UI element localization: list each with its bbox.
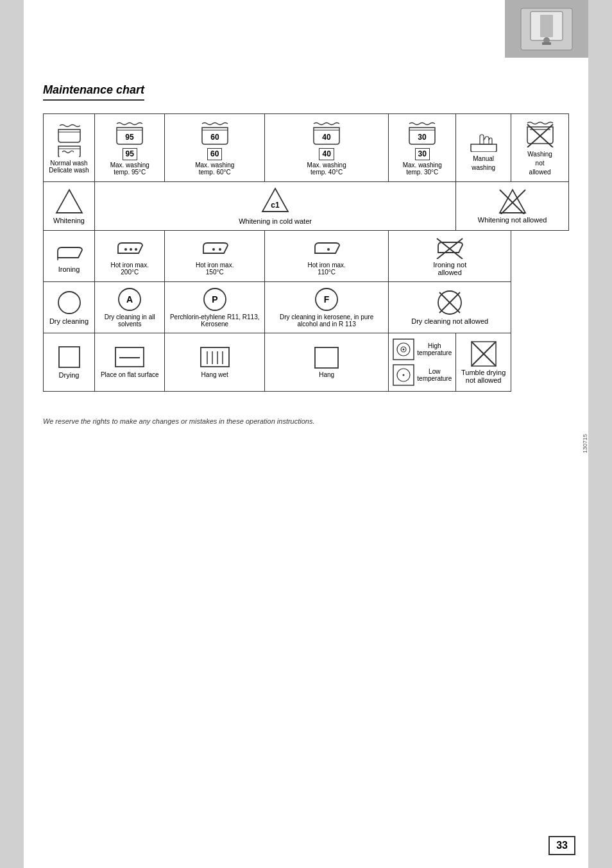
wash-40-cell: 40 40 Max. washingtemp. 40°C xyxy=(264,114,388,182)
svg-point-28 xyxy=(130,248,132,251)
hang-wet-label: Hang wet xyxy=(169,371,260,378)
manual-wash-label: Manualwashing xyxy=(472,155,495,171)
hang-cell: Hang xyxy=(264,333,388,392)
temp-40-label: 40 xyxy=(319,148,334,161)
hang-wet-icon xyxy=(200,346,230,369)
svg-point-60 xyxy=(403,374,405,376)
dry-clean-f-label: Dry cleaning in kerosene, in pure alcoho… xyxy=(269,313,384,328)
svg-text:95: 95 xyxy=(126,133,135,142)
table-row-ironing: Ironing Hot iron max.200°C Ho xyxy=(44,231,569,282)
low-temp-icon xyxy=(393,364,414,386)
dry-clean-p-cell: P Perchlorin-etyhlene R11, R113, Kerosen… xyxy=(165,282,265,333)
category-wash: Normal wash Delicate wash xyxy=(44,114,95,182)
svg-rect-53 xyxy=(315,347,338,368)
whitening-cold-cell: c1 Whitening in cold water xyxy=(95,182,456,231)
svg-text:A: A xyxy=(126,294,133,305)
manual-wash-cell: Manualwashing xyxy=(456,114,511,182)
wash-tub-60: 60 xyxy=(200,120,230,147)
whitening-not-allowed-label: Whitening not allowed xyxy=(460,216,565,224)
temp-95-text: Max. washingtemp. 95°C xyxy=(110,162,149,176)
category-drying: Drying xyxy=(44,333,95,392)
temp-60-symbol: 60 60 Max. washingtemp. 60°C xyxy=(169,120,260,176)
svg-point-57 xyxy=(403,349,405,351)
dry-clean-not-allowed-label: Dry cleaning not allowed xyxy=(393,317,507,325)
table-row-dry-cleaning: Dry cleaning A Dry cleaning in all solve… xyxy=(44,282,569,333)
tumble-not-allowed-cell: Tumble dryingnot allowed xyxy=(456,333,511,392)
table-row-drying: Drying Place on flat surface xyxy=(44,333,569,392)
page-title: Maintenance chart xyxy=(43,83,144,101)
product-logo xyxy=(518,5,575,53)
whitening-not-allowed-cell: Whitening not allowed xyxy=(456,182,569,231)
category-whitening: Whitening xyxy=(44,182,95,231)
wash-30-cell: 30 30 Max. washingtemp. 30°C xyxy=(389,114,456,182)
wash-tub-icon xyxy=(53,122,85,157)
svg-text:c1: c1 xyxy=(271,201,280,210)
wash-tub-30: 30 xyxy=(407,120,438,147)
iron-150-cell: Hot iron max.150°C xyxy=(165,231,265,282)
high-temp-icon xyxy=(393,338,414,360)
svg-rect-4 xyxy=(542,42,551,45)
hang-wet-cell: Hang wet xyxy=(165,333,265,392)
wash-tub-95: 95 xyxy=(114,120,145,147)
dry-cleaning-category-label: Dry cleaning xyxy=(47,317,90,325)
wash-95-cell: 95 95 Max. washingtemp. 95°C xyxy=(95,114,165,182)
svg-point-30 xyxy=(212,248,215,251)
dry-clean-circle-icon xyxy=(57,290,81,315)
page: Maintenance chart N xyxy=(24,0,588,868)
place-flat-icon xyxy=(114,346,145,369)
low-temp-label: Lowtemperature xyxy=(417,368,452,382)
iron-200-icon xyxy=(114,237,145,260)
wash-not-allowed-cell: Washingnotallowed xyxy=(511,114,569,182)
iron-150-label: Hot iron max.150°C xyxy=(169,262,260,276)
temp-30-label: 30 xyxy=(415,148,430,161)
tumble-not-allowed-label: Tumble dryingnot allowed xyxy=(460,369,507,384)
dry-clean-a-icon: A xyxy=(117,287,142,312)
wash-not-allowed-label: Washingnotallowed xyxy=(527,151,552,176)
iron-110-cell: Hot iron max.110°C xyxy=(264,231,388,282)
wash-60-cell: 60 60 Max. washingtemp. 60°C xyxy=(165,114,265,182)
table-row-whitening: Whitening c1 Whitening in cold water Whi… xyxy=(44,182,569,231)
iron-not-allowed-cell: Ironing notallowed xyxy=(389,231,511,282)
tumble-not-allowed-icon xyxy=(471,341,497,367)
table-row: Normal wash Delicate wash 95 95 Max. was… xyxy=(44,114,569,182)
iron-200-cell: Hot iron max.200°C xyxy=(95,231,165,282)
wash-not-allowed-icon xyxy=(525,119,556,147)
drying-category-label: Drying xyxy=(47,371,90,379)
hang-label: Hang xyxy=(269,371,384,378)
iron-110-icon xyxy=(311,237,342,260)
svg-point-27 xyxy=(124,248,127,251)
temp-40-text: Max. washingtemp. 40°C xyxy=(307,162,346,176)
iron-icon xyxy=(54,240,85,263)
svg-rect-48 xyxy=(201,347,229,367)
dry-clean-f-icon: F xyxy=(314,287,339,312)
tumble-temp-cell: Hightemperature Lowtemperature xyxy=(389,333,456,392)
low-temp-row: Lowtemperature xyxy=(393,364,452,386)
temp-30-symbol: 30 30 Max. washingtemp. 30°C xyxy=(393,120,452,176)
side-code: 130715 xyxy=(582,434,588,453)
wash-category-label: Normal wash Delicate wash xyxy=(47,160,90,174)
svg-text:P: P xyxy=(212,294,217,305)
hang-icon xyxy=(314,346,339,369)
svg-marker-20 xyxy=(56,190,82,213)
category-ironing: Ironing xyxy=(44,231,95,282)
dry-clean-p-icon: P xyxy=(203,287,227,312)
manual-wash-icon xyxy=(468,124,499,152)
svg-point-35 xyxy=(58,292,80,313)
iron-150-icon xyxy=(200,237,230,260)
wash-tub-40: 40 xyxy=(311,120,342,147)
dry-clean-not-allowed-icon xyxy=(437,290,463,315)
maintenance-chart: Normal wash Delicate wash 95 95 Max. was… xyxy=(43,113,569,392)
svg-text:40: 40 xyxy=(322,133,331,142)
whitening-cold-label: Whitening in cold water xyxy=(99,217,452,225)
dry-clean-f-cell: F Dry cleaning in kerosene, in pure alco… xyxy=(264,282,388,333)
high-temp-row: Hightemperature xyxy=(393,338,452,360)
svg-text:F: F xyxy=(324,294,330,305)
ironing-category-label: Ironing xyxy=(47,265,90,273)
place-flat-label: Place on flat surface xyxy=(99,371,160,378)
footer-text: We reserve the rights to make any change… xyxy=(43,417,569,425)
svg-point-32 xyxy=(327,248,330,251)
whitening-cold-icon: c1 xyxy=(261,187,289,215)
iron-110-label: Hot iron max.110°C xyxy=(269,262,384,276)
iron-200-label: Hot iron max.200°C xyxy=(99,262,160,276)
svg-point-31 xyxy=(219,248,221,251)
